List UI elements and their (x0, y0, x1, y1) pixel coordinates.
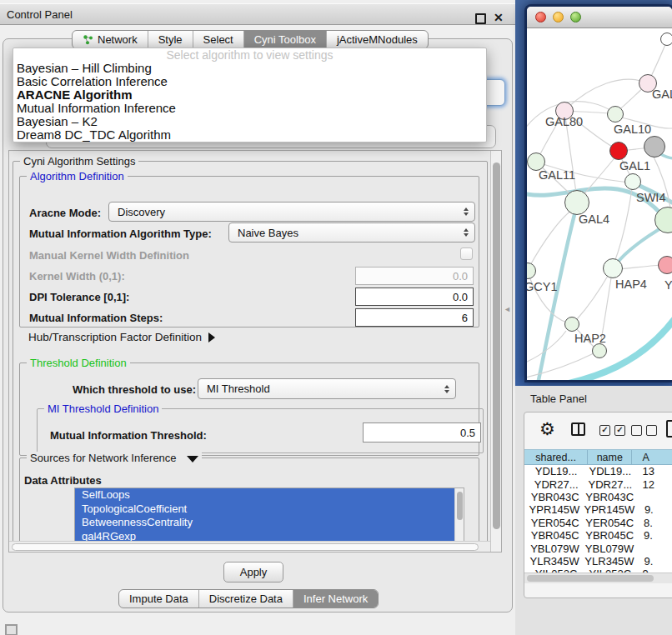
expand-right-icon (208, 332, 215, 342)
tab-impute-data[interactable]: Impute Data (119, 590, 199, 608)
table-cell: YBR043C (524, 491, 585, 503)
mi-threshold-group: MI Threshold Definition Mutual Informati… (37, 408, 484, 453)
show-selected-checkboxes-icon[interactable]: ✓ ✓ (599, 425, 625, 436)
splitter-handle-icon[interactable]: ◄ (504, 305, 511, 313)
list-item-selfloops[interactable]: SelfLoops (75, 488, 454, 502)
gear-icon[interactable]: ⚙ (539, 419, 555, 439)
network-canvas[interactable]: GALGAL80GAL10GAL1GAL11SWI4GAL4GCY1HAP4YH… (527, 28, 672, 380)
kernel-width-field[interactable]: 0.0 (355, 267, 474, 285)
node-gal10[interactable] (607, 106, 624, 122)
which-threshold-combo[interactable]: MI Threshold (198, 378, 456, 399)
hide-selected-checkboxes-icon[interactable] (631, 425, 657, 436)
cyni-bottom-tabbar: Impute Data Discretize Data Infer Networ… (118, 589, 379, 608)
attributes-vertical-scrollbar[interactable] (454, 488, 464, 542)
table-row[interactable]: YPR145WYPR145W9. (524, 503, 672, 516)
checked-box-icon: ✓ (614, 425, 625, 436)
tab-jactivemnodules[interactable]: jActiveMNodules (327, 31, 428, 48)
table-cell: YDL19... (524, 465, 588, 478)
unchecked-box-icon (631, 425, 642, 436)
dpi-tolerance-value: 0.0 (453, 291, 468, 303)
mi-steps-field[interactable]: 6 (355, 308, 474, 327)
table-row[interactable]: YLR345WYLR345W9. (524, 555, 672, 568)
table-cell: 13 (632, 465, 672, 478)
table-cell: 8. (634, 517, 672, 529)
tab-style[interactable]: Style (148, 31, 193, 48)
column-header-sharedname[interactable]: shared... (524, 450, 588, 464)
table-row[interactable]: YDL19...YDL19...13 (524, 465, 672, 478)
mi-threshold-field[interactable]: 0.5 (363, 422, 481, 442)
dropdown-item-bayesian-k2[interactable]: Bayesian – K2 (13, 115, 486, 128)
table-panel-title: Table Panel (530, 392, 587, 405)
dropdown-item-mutual-information[interactable]: Mutual Information Inference (13, 102, 486, 115)
tab-cyni-toolbox[interactable]: Cyni Toolbox (244, 31, 327, 48)
settings-horizontal-scrollbar[interactable] (9, 541, 492, 552)
table-row[interactable]: YBL079WYBL079W (524, 542, 672, 554)
node-gray[interactable] (644, 136, 665, 158)
close-traffic-light[interactable] (535, 12, 546, 22)
table-horizontal-scrollbar[interactable] (524, 572, 672, 583)
node-swi4-small[interactable] (624, 173, 641, 190)
close-icon[interactable]: ✕ (494, 11, 504, 24)
dropdown-item-dream8[interactable]: Dream8 DC_TDC Algorithm (13, 128, 486, 142)
tab-impute-data-label: Impute Data (129, 592, 188, 605)
collapse-down-icon[interactable] (187, 456, 198, 462)
node-salmon[interactable] (658, 256, 672, 274)
column-header-partial[interactable]: A (632, 450, 672, 464)
dpi-tolerance-label: DPI Tolerance [0,1]: (29, 291, 129, 303)
dropdown-item-basic-correlation[interactable]: Basic Correlation Inference (13, 75, 486, 88)
node-hap4[interactable] (603, 258, 623, 278)
node-gcy1-label: GCY1 (527, 280, 558, 293)
new-table-icon[interactable] (666, 420, 672, 438)
control-panel-titlebar: Control Panel ✕ (0, 3, 515, 25)
node-hap2[interactable] (564, 317, 579, 332)
algorithm-dropdown: Select algorithm to view settings Bayesi… (13, 48, 487, 142)
app-root: Control Panel ✕ Network Style Select Cyn… (0, 0, 672, 635)
dpi-tolerance-field[interactable]: 0.0 (355, 288, 474, 306)
column-header-name[interactable]: name (588, 450, 632, 464)
dropdown-item-bayesian-hill-climbing[interactable]: Bayesian – Hill Climbing (13, 62, 486, 75)
table-cell: 12 (632, 478, 672, 490)
tab-network[interactable]: Network (73, 31, 148, 48)
minimize-traffic-light[interactable] (553, 12, 564, 22)
algorithm-dropdown-hint: Select algorithm to view settings (13, 49, 486, 62)
columns-icon[interactable] (571, 422, 585, 436)
node-gal4[interactable] (564, 190, 589, 215)
table-cell (634, 542, 672, 554)
network-icon (83, 34, 93, 45)
table-row[interactable]: YBR045CYBR045C9. (524, 529, 672, 542)
table-row[interactable]: YER054CYER054C8. (524, 517, 672, 529)
algorithm-definition-group: Algorithm Definition Aracne Mode: Discov… (19, 176, 479, 328)
list-item-topologicalcoefficient[interactable]: TopologicalCoefficient (75, 502, 454, 517)
tab-infer-network[interactable]: Infer Network (293, 590, 378, 608)
mi-steps-label: Mutual Information Steps: (29, 312, 163, 324)
tab-style-label: Style (158, 33, 183, 46)
float-window-icon[interactable] (475, 13, 486, 24)
table-header-row: shared... name A (524, 449, 672, 465)
hub-definition-expander[interactable]: Hub/Transcription Factor Definition (28, 331, 215, 343)
zoom-traffic-light[interactable] (570, 12, 581, 22)
network-view-window: GALGAL80GAL10GAL1GAL11SWI4GAL4GCY1HAP4YH… (527, 7, 672, 380)
manual-kernel-width-checkbox[interactable] (460, 248, 473, 260)
tab-discretize-data-label: Discretize Data (209, 592, 283, 605)
node-bottom[interactable] (592, 343, 607, 358)
aracne-mode-combo[interactable]: Discovery (108, 202, 475, 222)
mi-algorithm-type-combo[interactable]: Naive Bayes (228, 222, 475, 242)
dock-panel-icon[interactable] (5, 624, 18, 635)
checked-box-icon: ✓ (599, 425, 610, 436)
tab-discretize-data[interactable]: Discretize Data (199, 590, 293, 608)
network-window-titlebar[interactable] (527, 7, 672, 28)
node-top[interactable] (660, 32, 672, 46)
settings-vertical-scrollbar[interactable] (490, 151, 501, 552)
dropdown-item-aracne[interactable]: ARACNE Algorithm (13, 88, 486, 102)
manual-kernel-width-label: Manual Kernel Width Definition (29, 249, 189, 262)
apply-button[interactable]: Apply (223, 562, 283, 582)
node-gal80-label: GAL80 (545, 115, 583, 128)
list-item-betweennesscentrality[interactable]: BetweennessCentrality (75, 516, 454, 530)
tab-select[interactable]: Select (193, 31, 244, 48)
table-row[interactable]: YBR043CYBR043C (524, 491, 672, 503)
table-row[interactable]: YDR27...YDR27...12 (524, 478, 672, 490)
hub-definition-label: Hub/Transcription Factor Definition (28, 331, 202, 343)
sources-group-title: Sources for Network Inference (27, 452, 202, 464)
node-gal1[interactable] (609, 142, 628, 160)
node-gal4-label: GAL4 (579, 212, 609, 226)
